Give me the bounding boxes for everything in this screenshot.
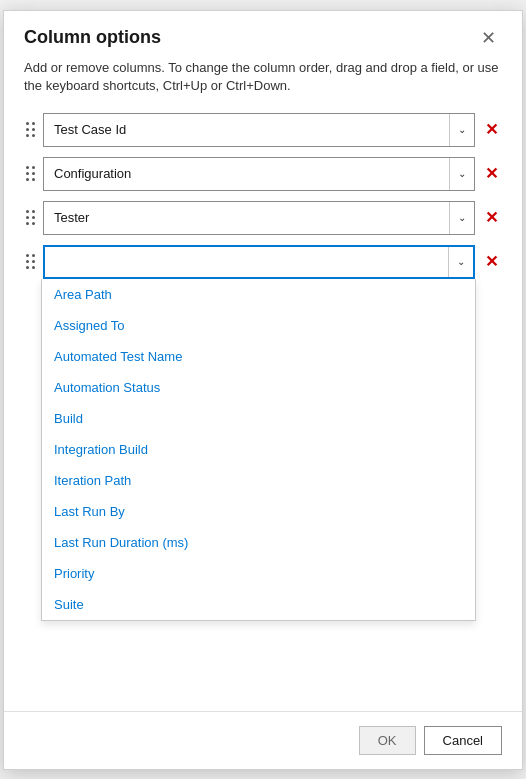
- ok-button[interactable]: OK: [359, 726, 416, 755]
- new-field-input[interactable]: [45, 247, 448, 277]
- dropdown-item-build[interactable]: Build: [42, 403, 475, 434]
- delete-new[interactable]: ✕: [481, 252, 502, 272]
- dropdown-item-iteration-path[interactable]: Iteration Path: [42, 465, 475, 496]
- dialog-header: Column options ✕: [4, 11, 522, 59]
- new-field-wrapper: ⌄ Area Path Assigned To Automated Test N…: [43, 245, 475, 279]
- field-select-tester: Tester ⌄: [43, 201, 475, 235]
- field-dropdown-list: Area Path Assigned To Automated Test Nam…: [41, 279, 476, 621]
- field-select-configuration: Configuration ⌄: [43, 157, 475, 191]
- dropdown-item-last-run-by[interactable]: Last Run By: [42, 496, 475, 527]
- delete-tester[interactable]: ✕: [481, 208, 502, 228]
- dialog-footer: OK Cancel: [4, 711, 522, 769]
- field-select-test-case-id: Test Case Id ⌄: [43, 113, 475, 147]
- field-select-new: ⌄: [43, 245, 475, 279]
- column-options-dialog: Column options ✕ Add or remove columns. …: [3, 10, 523, 770]
- chevron-new[interactable]: ⌄: [448, 247, 473, 277]
- delete-configuration[interactable]: ✕: [481, 164, 502, 184]
- chevron-test-case-id[interactable]: ⌄: [449, 114, 474, 146]
- field-select-text-test-case-id: Test Case Id: [44, 122, 449, 137]
- column-row-tester: Tester ⌄ ✕: [24, 201, 502, 235]
- column-row-configuration: Configuration ⌄ ✕: [24, 157, 502, 191]
- dialog-body: Test Case Id ⌄ ✕ Configuration ⌄ ✕: [4, 109, 522, 711]
- dropdown-item-integration-build[interactable]: Integration Build: [42, 434, 475, 465]
- dialog-description: Add or remove columns. To change the col…: [4, 59, 522, 109]
- dropdown-item-priority[interactable]: Priority: [42, 558, 475, 589]
- dropdown-item-last-run-duration[interactable]: Last Run Duration (ms): [42, 527, 475, 558]
- drag-handle-tester[interactable]: [24, 206, 37, 229]
- dropdown-item-automation-status[interactable]: Automation Status: [42, 372, 475, 403]
- drag-handle-test-case-id[interactable]: [24, 118, 37, 141]
- cancel-button[interactable]: Cancel: [424, 726, 502, 755]
- close-button[interactable]: ✕: [475, 27, 502, 49]
- drag-handle-configuration[interactable]: [24, 162, 37, 185]
- dropdown-item-area-path[interactable]: Area Path: [42, 279, 475, 310]
- dropdown-item-suite[interactable]: Suite: [42, 589, 475, 620]
- dropdown-item-assigned-to[interactable]: Assigned To: [42, 310, 475, 341]
- chevron-tester[interactable]: ⌄: [449, 202, 474, 234]
- chevron-configuration[interactable]: ⌄: [449, 158, 474, 190]
- dialog-title: Column options: [24, 27, 161, 48]
- drag-handle-new[interactable]: [24, 250, 37, 273]
- column-row-test-case-id: Test Case Id ⌄ ✕: [24, 113, 502, 147]
- field-select-text-configuration: Configuration: [44, 166, 449, 181]
- delete-test-case-id[interactable]: ✕: [481, 120, 502, 140]
- column-row-new: ⌄ Area Path Assigned To Automated Test N…: [24, 245, 502, 279]
- field-select-text-tester: Tester: [44, 210, 449, 225]
- dropdown-item-automated-test-name[interactable]: Automated Test Name: [42, 341, 475, 372]
